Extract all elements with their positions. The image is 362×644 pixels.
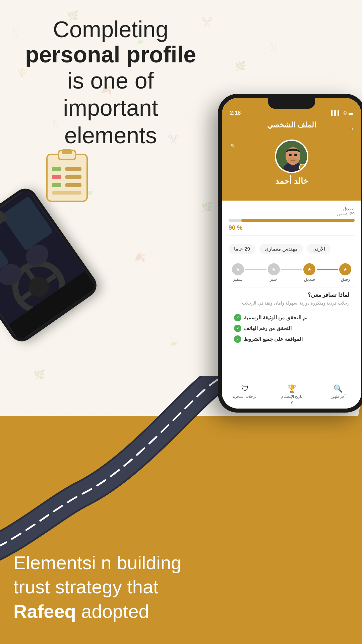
info-tag-age: 29 عاما — [229, 244, 255, 254]
level-item-khabeer: ★ خبير — [268, 263, 280, 282]
footer-rafeeq: Rafeeq — [13, 601, 76, 622]
tab-join-count: ٧ — [291, 400, 293, 405]
clipboard-icon — [40, 144, 94, 205]
progress-percent: 90 % — [229, 224, 355, 231]
friend-count: 29 شخص — [229, 211, 355, 216]
tab-label-join: تاريخ الإنضمام — [281, 394, 302, 399]
header-personal-profile: personal profile — [17, 42, 204, 67]
tab-label-completed: الرحلات المنجزة — [233, 394, 257, 399]
search-icon: 🔍 — [334, 384, 343, 393]
svg-rect-4 — [52, 167, 61, 171]
level-label-rafeeq: رفيق — [341, 277, 350, 282]
level-tracker: ★ رفيق ★ صديق — [229, 258, 355, 287]
level-circle-sadiq: ★ — [303, 263, 315, 275]
pattern-icon-5: 🍴 — [268, 40, 280, 51]
footer-adopted: adopted — [76, 601, 149, 622]
level-label-safeer: سفير — [233, 277, 243, 282]
info-tag-country: الأردن — [307, 244, 330, 254]
wifi-icon: ⦾ — [343, 110, 347, 116]
pattern-icon-8: 🌿 — [235, 60, 246, 71]
svg-point-28 — [288, 158, 298, 163]
level-circle-safeer: ★ — [232, 263, 244, 275]
level-circle-khabeer: ★ — [268, 263, 280, 275]
header-completing: Completing — [17, 17, 204, 42]
road-decoration — [0, 376, 218, 577]
footer-line1: Elementsi n building — [13, 551, 215, 575]
footer-line2: trust strategy that — [13, 575, 215, 599]
why-travel-section: لماذا تسافر معي؟ رحلات فردية ومتكررة دور… — [229, 287, 355, 310]
status-time: 2:18 — [230, 110, 241, 116]
level-circle-rafeeq: ★ — [339, 263, 351, 275]
shield-icon: 🛡 — [241, 384, 249, 393]
why-travel-text: رحلات فردية ومتكررة دورية، سهولة وامان و… — [234, 301, 349, 306]
check-circle-1: ✓ — [234, 314, 241, 321]
profile-name: خالد أحمد — [275, 176, 308, 186]
level-item-safeer: ★ سفير — [232, 263, 244, 282]
check-circle-3: ✓ — [234, 335, 241, 343]
star-icon: ★ — [301, 166, 304, 169]
progress-bar-fill — [241, 219, 355, 222]
svg-rect-3 — [65, 167, 81, 171]
level-label-sadiq: صديق — [304, 277, 315, 282]
svg-point-26 — [289, 154, 292, 156]
why-travel-title: لماذا تسافر معي؟ — [234, 291, 349, 299]
header-section: Completing personal profile is one of im… — [17, 17, 204, 149]
tab-last-seen[interactable]: 🔍 آخر ظهور — [315, 381, 361, 409]
pattern-icon-18: 🍃 — [168, 335, 179, 346]
level-item-sadiq: ★ صديق — [303, 263, 315, 282]
app-header-title: الملف الشخصي — [229, 121, 355, 129]
level-item-rafeeq: ★ رفيق — [339, 263, 351, 282]
friend-stats: اصدق 29 شخص 90 % — [229, 206, 355, 236]
phone-mockup: 2:18 ▌▌▌ ⦾ ▬ → الملف الشخصي ✎ — [218, 94, 362, 429]
verification-text-3: الموافقة على جميع الشروط — [244, 336, 303, 342]
battery-icon: ▬ — [349, 110, 353, 116]
verification-text-2: التحقق من رقم الهاتف — [244, 325, 292, 331]
verification-section: تم التحقق من الوثيقة الرسمية ✓ التحقق من… — [229, 310, 355, 350]
pattern-icon-13: 🌿 — [201, 201, 213, 212]
avatar-badge: ★ — [299, 164, 306, 171]
svg-rect-2 — [62, 149, 72, 154]
signal-icon: ▌▌▌ — [331, 110, 341, 116]
header-is-one-of: is one of — [17, 67, 204, 95]
verification-text-1: تم التحقق من الوثيقة الرسمية — [244, 315, 307, 321]
svg-rect-6 — [52, 175, 61, 179]
arrow-right-icon[interactable]: → — [348, 125, 355, 132]
info-tag-job: مهندس معماري — [259, 244, 303, 254]
edit-icon[interactable]: ✎ — [231, 143, 235, 149]
level-line-2 — [281, 269, 302, 270]
phone-outer: 2:18 ▌▌▌ ⦾ ▬ → الملف الشخصي ✎ — [218, 94, 362, 413]
pattern-icon-15: 🍂 — [134, 252, 146, 263]
header-important-elements: important elements — [17, 94, 204, 149]
profile-avatar: ★ — [275, 140, 308, 173]
verification-item-2: التحقق من رقم الهاتف ✓ — [234, 325, 349, 332]
verification-item-1: تم التحقق من الوثيقة الرسمية ✓ — [234, 314, 349, 321]
tab-label-lastseen: آخر ظهور — [331, 394, 346, 399]
status-icons: ▌▌▌ ⦾ ▬ — [331, 110, 353, 116]
level-line-3 — [245, 269, 266, 270]
bottom-tabs: 🛡 الرحلات المنجزة 🏆 تاريخ الإنضمام ٧ 🔍 آ… — [222, 381, 361, 409]
bottom-text-section: Elementsi n building trust strategy that… — [13, 551, 215, 624]
trophy-icon: 🏆 — [287, 384, 296, 393]
white-content-section: اصدق 29 شخص 90 % الأردن مهندس معماري 29 … — [222, 201, 361, 356]
profile-section: ✎ — [222, 140, 361, 201]
level-label-khabeer: خبير — [270, 277, 278, 282]
level-line-1 — [317, 269, 338, 270]
info-tags: الأردن مهندس معماري 29 عاما — [229, 240, 355, 258]
svg-rect-5 — [65, 175, 81, 179]
svg-point-27 — [294, 154, 297, 156]
verification-item-3: الموافقة على جميع الشروط ✓ — [234, 335, 349, 343]
phone-inner: 2:18 ▌▌▌ ⦾ ▬ → الملف الشخصي ✎ — [222, 98, 361, 409]
phone-notch — [268, 98, 315, 109]
tab-join-date[interactable]: 🏆 تاريخ الإنضمام ٧ — [268, 381, 315, 409]
footer-line3: Rafeeq adopted — [13, 599, 215, 624]
progress-bar-container — [229, 219, 355, 222]
svg-rect-9 — [52, 191, 81, 195]
app-header: → الملف الشخصي — [222, 117, 361, 140]
check-circle-2: ✓ — [234, 325, 241, 332]
svg-rect-7 — [65, 183, 81, 187]
friend-label: اصدق — [229, 206, 355, 211]
svg-rect-8 — [52, 183, 61, 187]
tab-completed-trips[interactable]: 🛡 الرحلات المنجزة — [222, 381, 268, 409]
